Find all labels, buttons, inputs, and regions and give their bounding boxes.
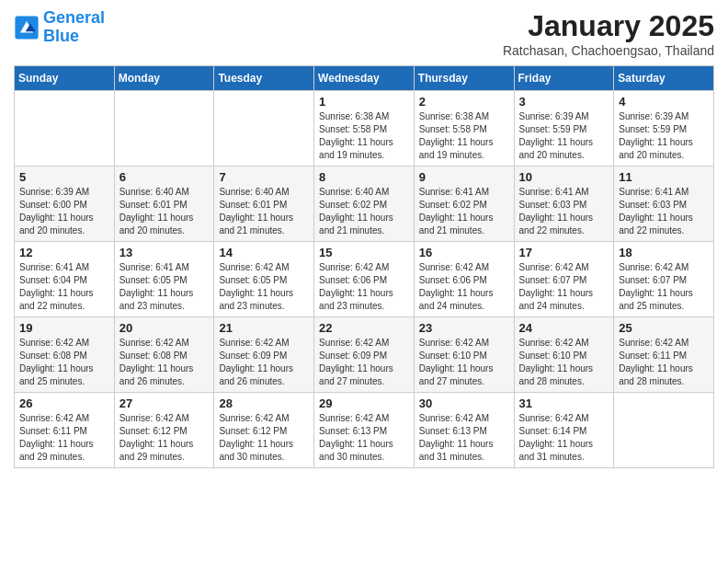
calendar-week-row: 1Sunrise: 6:38 AM Sunset: 5:58 PM Daylig… [15, 91, 714, 167]
logo-icon [14, 15, 40, 40]
day-info: Sunrise: 6:42 AM Sunset: 6:09 PM Dayligh… [319, 337, 409, 388]
day-number: 16 [419, 246, 509, 259]
calendar-cell: 26Sunrise: 6:42 AM Sunset: 6:11 PM Dayli… [15, 393, 115, 468]
calendar-cell [614, 393, 714, 468]
day-info: Sunrise: 6:42 AM Sunset: 6:08 PM Dayligh… [119, 337, 210, 388]
calendar-cell: 14Sunrise: 6:42 AM Sunset: 6:05 PM Dayli… [214, 242, 314, 317]
day-info: Sunrise: 6:42 AM Sunset: 6:08 PM Dayligh… [19, 337, 109, 388]
title-block: January 2025 Ratchasan, Chachoengsao, Th… [503, 9, 714, 58]
day-info: Sunrise: 6:39 AM Sunset: 5:59 PM Dayligh… [519, 110, 609, 162]
calendar-cell: 1Sunrise: 6:38 AM Sunset: 5:58 PM Daylig… [314, 91, 415, 167]
day-info: Sunrise: 6:42 AM Sunset: 6:13 PM Dayligh… [319, 412, 409, 464]
calendar-cell: 25Sunrise: 6:42 AM Sunset: 6:11 PM Dayli… [614, 317, 714, 393]
calendar-cell: 21Sunrise: 6:42 AM Sunset: 6:09 PM Dayli… [214, 317, 314, 393]
calendar-cell: 6Sunrise: 6:40 AM Sunset: 6:01 PM Daylig… [114, 167, 214, 242]
calendar-cell: 20Sunrise: 6:42 AM Sunset: 6:08 PM Dayli… [114, 317, 214, 393]
day-number: 28 [219, 396, 309, 410]
day-number: 12 [19, 246, 109, 259]
day-number: 10 [519, 170, 609, 184]
day-number: 13 [119, 246, 210, 259]
day-info: Sunrise: 6:42 AM Sunset: 6:14 PM Dayligh… [519, 412, 609, 464]
day-info: Sunrise: 6:38 AM Sunset: 5:58 PM Dayligh… [319, 110, 409, 162]
day-info: Sunrise: 6:42 AM Sunset: 6:10 PM Dayligh… [519, 337, 609, 388]
calendar-cell: 11Sunrise: 6:41 AM Sunset: 6:03 PM Dayli… [614, 167, 714, 242]
calendar-cell [114, 91, 214, 167]
page-header: General Blue January 2025 Ratchasan, Cha… [14, 9, 714, 58]
calendar-cell: 12Sunrise: 6:41 AM Sunset: 6:04 PM Dayli… [15, 242, 115, 317]
day-info: Sunrise: 6:42 AM Sunset: 6:09 PM Dayligh… [219, 337, 309, 388]
logo-text: General Blue [43, 9, 105, 46]
logo-blue: Blue [43, 27, 79, 45]
calendar-cell: 24Sunrise: 6:42 AM Sunset: 6:10 PM Dayli… [514, 317, 614, 393]
day-number: 6 [119, 170, 210, 184]
day-number: 4 [619, 95, 709, 109]
calendar-cell: 31Sunrise: 6:42 AM Sunset: 6:14 PM Dayli… [514, 393, 614, 468]
calendar-cell: 17Sunrise: 6:42 AM Sunset: 6:07 PM Dayli… [514, 242, 614, 317]
day-info: Sunrise: 6:40 AM Sunset: 6:01 PM Dayligh… [219, 186, 309, 237]
weekday-header: Friday [514, 66, 614, 91]
day-number: 25 [619, 321, 709, 335]
day-number: 17 [519, 246, 609, 259]
day-info: Sunrise: 6:41 AM Sunset: 6:03 PM Dayligh… [519, 186, 609, 237]
day-number: 5 [19, 170, 109, 184]
day-number: 14 [219, 246, 309, 259]
day-info: Sunrise: 6:42 AM Sunset: 6:06 PM Dayligh… [319, 261, 409, 313]
weekday-header: Wednesday [314, 66, 415, 91]
day-number: 1 [319, 95, 409, 109]
calendar-cell: 23Sunrise: 6:42 AM Sunset: 6:10 PM Dayli… [414, 317, 514, 393]
day-number: 8 [319, 170, 409, 184]
calendar-table: SundayMondayTuesdayWednesdayThursdayFrid… [14, 65, 714, 468]
day-info: Sunrise: 6:39 AM Sunset: 6:00 PM Dayligh… [19, 186, 109, 237]
calendar-week-row: 12Sunrise: 6:41 AM Sunset: 6:04 PM Dayli… [15, 242, 714, 317]
day-info: Sunrise: 6:42 AM Sunset: 6:07 PM Dayligh… [619, 261, 709, 313]
calendar-cell [15, 91, 115, 167]
calendar-week-row: 19Sunrise: 6:42 AM Sunset: 6:08 PM Dayli… [15, 317, 714, 393]
day-number: 21 [219, 321, 309, 335]
weekday-header: Saturday [614, 66, 714, 91]
day-info: Sunrise: 6:40 AM Sunset: 6:02 PM Dayligh… [319, 186, 409, 237]
calendar-cell: 27Sunrise: 6:42 AM Sunset: 6:12 PM Dayli… [114, 393, 214, 468]
day-info: Sunrise: 6:41 AM Sunset: 6:04 PM Dayligh… [19, 261, 109, 313]
day-info: Sunrise: 6:42 AM Sunset: 6:06 PM Dayligh… [419, 261, 509, 313]
day-number: 26 [19, 396, 109, 410]
calendar-cell [214, 91, 314, 167]
calendar-cell: 19Sunrise: 6:42 AM Sunset: 6:08 PM Dayli… [15, 317, 115, 393]
calendar-week-row: 5Sunrise: 6:39 AM Sunset: 6:00 PM Daylig… [15, 167, 714, 242]
day-number: 15 [319, 246, 409, 259]
calendar-cell: 28Sunrise: 6:42 AM Sunset: 6:12 PM Dayli… [214, 393, 314, 468]
day-number: 30 [419, 396, 509, 410]
day-number: 19 [19, 321, 109, 335]
day-info: Sunrise: 6:40 AM Sunset: 6:01 PM Dayligh… [119, 186, 210, 237]
day-info: Sunrise: 6:41 AM Sunset: 6:03 PM Dayligh… [619, 186, 709, 237]
day-number: 31 [519, 396, 609, 410]
calendar-cell: 30Sunrise: 6:42 AM Sunset: 6:13 PM Dayli… [414, 393, 514, 468]
day-info: Sunrise: 6:41 AM Sunset: 6:05 PM Dayligh… [119, 261, 210, 313]
calendar-cell: 15Sunrise: 6:42 AM Sunset: 6:06 PM Dayli… [314, 242, 415, 317]
day-info: Sunrise: 6:39 AM Sunset: 5:59 PM Dayligh… [619, 110, 709, 162]
weekday-header: Tuesday [214, 66, 314, 91]
calendar-week-row: 26Sunrise: 6:42 AM Sunset: 6:11 PM Dayli… [15, 393, 714, 468]
weekday-header: Sunday [15, 66, 115, 91]
month-title: January 2025 [503, 9, 714, 43]
day-number: 24 [519, 321, 609, 335]
day-number: 22 [319, 321, 409, 335]
calendar-cell: 4Sunrise: 6:39 AM Sunset: 5:59 PM Daylig… [614, 91, 714, 167]
logo-general: General [43, 8, 105, 27]
calendar-cell: 7Sunrise: 6:40 AM Sunset: 6:01 PM Daylig… [214, 167, 314, 242]
day-info: Sunrise: 6:42 AM Sunset: 6:11 PM Dayligh… [619, 337, 709, 388]
day-info: Sunrise: 6:42 AM Sunset: 6:07 PM Dayligh… [519, 261, 609, 313]
day-info: Sunrise: 6:42 AM Sunset: 6:11 PM Dayligh… [19, 412, 109, 464]
weekday-header: Thursday [414, 66, 514, 91]
day-number: 20 [119, 321, 210, 335]
calendar-cell: 10Sunrise: 6:41 AM Sunset: 6:03 PM Dayli… [514, 167, 614, 242]
day-number: 2 [419, 95, 509, 109]
day-info: Sunrise: 6:42 AM Sunset: 6:05 PM Dayligh… [219, 261, 309, 313]
calendar-cell: 22Sunrise: 6:42 AM Sunset: 6:09 PM Dayli… [314, 317, 415, 393]
calendar-cell: 5Sunrise: 6:39 AM Sunset: 6:00 PM Daylig… [15, 167, 115, 242]
calendar-cell: 9Sunrise: 6:41 AM Sunset: 6:02 PM Daylig… [414, 167, 514, 242]
day-info: Sunrise: 6:42 AM Sunset: 6:13 PM Dayligh… [419, 412, 509, 464]
logo: General Blue [14, 9, 105, 46]
day-number: 7 [219, 170, 309, 184]
day-info: Sunrise: 6:42 AM Sunset: 6:12 PM Dayligh… [119, 412, 210, 464]
day-number: 11 [619, 170, 709, 184]
